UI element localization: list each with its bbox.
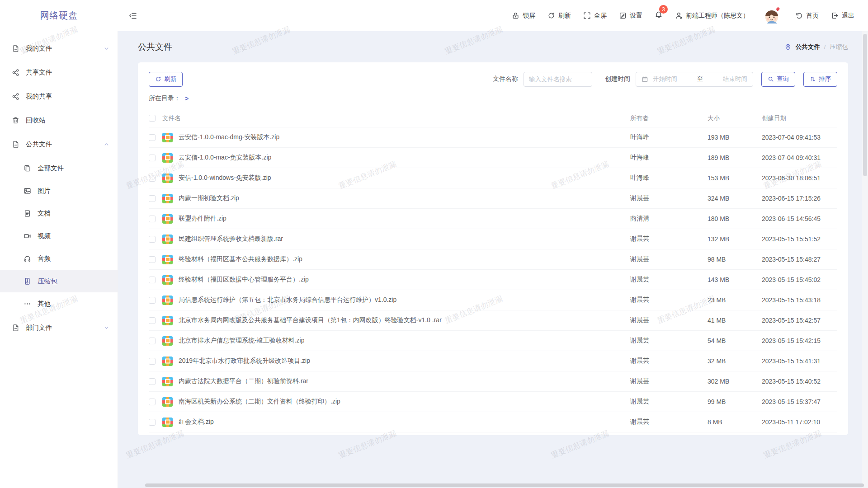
breadcrumb-current: 压缩包 [830,43,849,51]
file-name[interactable]: 内蒙古法院大数据平台（二期）初验前资料.rar [179,377,308,385]
search-icon [768,76,774,82]
menu-fold-icon[interactable] [129,12,137,20]
sidebar-item-department-files[interactable]: 部门文件 [0,316,118,339]
sidebar-item-others[interactable]: 其他 [0,292,118,315]
file-name-cell: 民建组织管理系统验收文档最新版.rar [162,235,630,244]
file-name-cell: 南海区机关新办公系统（二期）文件资料（终验打印）.zip [162,397,630,407]
sort-icon [810,76,816,82]
sidebar-item-all-files[interactable]: 全部文件 [0,157,118,179]
row-checkbox[interactable] [149,195,156,202]
sidebar-item-label: 文档 [38,209,109,218]
file-name[interactable]: 红会文档.zip [179,418,214,426]
row-checkbox[interactable] [149,134,156,141]
sidebar-item-audio[interactable]: 音频 [0,247,118,270]
row-checkbox[interactable] [149,399,156,405]
page-title: 公共文件 [138,41,172,53]
date-range-picker[interactable]: 开始时间 至 结束时间 [636,72,753,87]
file-owner: 谢晨芸 [630,276,708,284]
vertical-scrollbar-thumb[interactable] [863,34,867,176]
table-row: 2019年北京市水行政审批系统升级改造项目.zip谢晨芸32 MB2023-05… [149,351,837,371]
ellipsis-icon [24,300,31,308]
sidebar-item-archives[interactable]: 压缩包 [0,270,118,292]
sidebar-item-recycle-bin[interactable]: 回收站 [0,109,118,131]
sidebar-item-my-shares[interactable]: 我的共享 [0,85,118,108]
image-icon [24,187,31,195]
file-name[interactable]: 云安信-1.0.0-mac-免安装版本.zip [179,154,271,162]
file-size: 32 MB [708,357,762,365]
row-checkbox[interactable] [149,317,156,324]
user-menu[interactable]: 前端工程师（陈思文） [675,12,749,20]
file-name-cell: 终验材料（福田区数据中心管理服务平台）.zip [162,275,630,285]
row-checkbox[interactable] [149,297,156,304]
table-body: 云安信-1.0.0-mac-dmg-安装版本.zip叶海峰193 MB2023-… [149,127,837,432]
horizontal-scrollbar-thumb[interactable] [145,483,864,487]
header-actions: 锁屏 刷新 全屏 设置 3 前端工程师（陈思文） [512,5,854,27]
file-size: 54 MB [708,337,762,344]
row-checkbox[interactable] [149,358,156,365]
row-checkbox[interactable] [149,419,156,426]
file-owner: 谢晨芸 [630,194,708,202]
sidebar-item-images[interactable]: 图片 [0,179,118,202]
file-name[interactable]: 云安信-1.0.0-mac-dmg-安装版本.zip [179,133,279,141]
file-name[interactable]: 终验材料（福田区基本公共服务数据库）.zip [179,255,302,263]
row-checkbox[interactable] [149,378,156,385]
row-checkbox[interactable] [149,236,156,243]
query-button[interactable]: 查询 [761,72,795,87]
file-name[interactable]: 民建组织管理系统验收文档最新版.rar [179,235,283,243]
logout-icon [831,12,839,19]
breadcrumb-root[interactable]: 公共文件 [796,43,820,51]
row-checkbox[interactable] [149,277,156,283]
logout-button[interactable]: 退出 [831,12,854,20]
fullscreen-button[interactable]: 全屏 [583,12,607,20]
file-name[interactable]: 安信-1.0.0-windows-免安装版.zip [179,174,271,182]
file-size: 99 MB [708,398,762,405]
table-row: 民建组织管理系统验收文档最新版.rar谢晨芸132 MB2023-05-15 1… [149,229,837,249]
file-owner: 谢晨芸 [630,418,708,426]
table-row: 终验材料（福田区数据中心管理服务平台）.zip谢晨芸143 MB2023-05-… [149,270,837,290]
notification-badge: 3 [659,5,668,14]
home-button[interactable]: 首页 [795,12,819,20]
file-name[interactable]: 局信息系统运行维护（第五包：北京市水务局综合信息平台运行维护）v1.0.zip [179,296,396,304]
row-checkbox[interactable] [149,175,156,182]
file-name[interactable]: 北京市水务局内网改版及公共服务基础平台建设项目（第1包：内网改版）终验验文档-v… [179,316,442,324]
sidebar-item-shared-files[interactable]: 共享文件 [0,61,118,84]
notification-button[interactable]: 3 [655,11,663,20]
file-date: 2023-06-15 14:56:45 [762,215,837,222]
filename-search-input[interactable] [524,72,592,87]
vertical-scrollbar-track [862,31,868,488]
row-checkbox[interactable] [149,256,156,263]
file-name[interactable]: 联盟办件附件.zip [179,215,226,223]
zip-file-icon [162,316,173,325]
file-name[interactable]: 南海区机关新办公系统（二期）文件资料（终验打印）.zip [179,398,340,406]
file-name[interactable]: 2019年北京市水行政审批系统升级改造项目.zip [179,357,310,365]
sidebar-item-videos[interactable]: 视频 [0,225,118,247]
current-directory: 所在目录： > [149,94,837,103]
sidebar-item-label: 部门文件 [26,324,97,332]
file-size: 180 MB [708,215,762,222]
file-name[interactable]: 北京市排水户信息管理系统-竣工验收材料.zip [179,337,304,345]
select-all-checkbox[interactable] [149,115,156,122]
file-owner: 谢晨芸 [630,357,708,365]
sidebar-item-my-files[interactable]: 我的文件 [0,37,118,60]
refresh-list-button[interactable]: 刷新 [149,72,183,87]
sidebar-item-documents[interactable]: 文档 [0,202,118,225]
home-label: 首页 [806,12,819,20]
row-checkbox[interactable] [149,216,156,222]
refresh-button[interactable]: 刷新 [547,12,571,20]
settings-button[interactable]: 设置 [619,12,642,20]
file-name[interactable]: 终验材料（福田区数据中心管理服务平台）.zip [179,276,309,284]
row-checkbox[interactable] [149,155,156,161]
lock-screen-button[interactable]: 锁屏 [512,12,535,20]
row-checkbox[interactable] [149,338,156,344]
sidebar-item-public-files[interactable]: 公共文件 [0,133,118,155]
file-date: 2023-05-15 15:51:52 [762,235,837,243]
date-to-label: 至 [697,75,703,83]
directory-root-arrow[interactable]: > [185,95,189,102]
start-time-placeholder: 开始时间 [653,75,693,83]
sort-button[interactable]: 排序 [803,72,837,87]
file-name[interactable]: 内蒙一期初验文档.zip [179,194,239,202]
user-avatar[interactable] [761,5,783,27]
sidebar-item-label: 我的共享 [26,92,109,101]
file-owner: 谢晨芸 [630,316,708,324]
file-size: 193 MB [708,134,762,141]
